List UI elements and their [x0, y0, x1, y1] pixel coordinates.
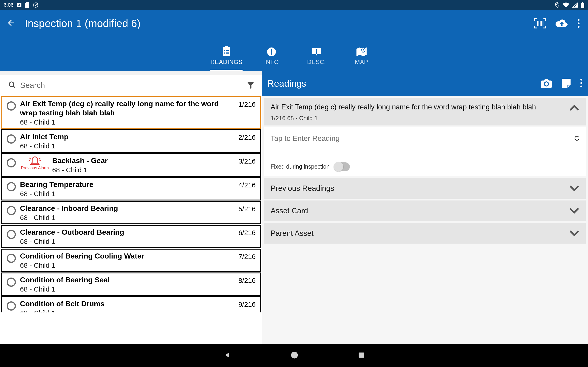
reading-row[interactable]: Condition of Bearing Cooling Water 68 - …	[1, 249, 261, 272]
appbar-menu-button[interactable]	[578, 19, 580, 28]
row-subtitle: 68 - Child 1	[20, 261, 236, 269]
tab-desc[interactable]: DESC.	[300, 48, 333, 71]
svg-text:A: A	[18, 3, 20, 7]
row-title: Air Inlet Temp	[20, 132, 236, 141]
svg-rect-20	[226, 52, 229, 52]
note-button[interactable]	[561, 78, 571, 89]
tab-readings[interactable]: READINGS	[210, 46, 242, 71]
tab-label: INFO	[264, 58, 279, 66]
nav-recent-button[interactable]	[358, 352, 365, 359]
filter-button[interactable]	[243, 80, 258, 91]
detail-menu-button[interactable]	[580, 78, 582, 89]
more-vert-icon	[580, 78, 582, 88]
svg-rect-40	[359, 352, 364, 358]
tab-label: READINGS	[210, 58, 242, 66]
svg-rect-25	[316, 49, 317, 52]
search-icon	[8, 81, 16, 90]
collapse-button[interactable]	[569, 105, 579, 112]
barcode-button[interactable]	[534, 18, 546, 28]
detail-summary[interactable]: Air Exit Temp (deg c) really really long…	[264, 98, 586, 125]
camera-button[interactable]	[541, 78, 552, 89]
filter-icon	[246, 80, 255, 90]
signal-icon	[572, 2, 578, 8]
nav-home-button[interactable]	[291, 351, 298, 360]
row-radio[interactable]	[7, 134, 16, 144]
reading-row[interactable]: Clearance - Inboard Bearing 68 - Child 1…	[1, 201, 261, 224]
tab-info[interactable]: INFO	[255, 48, 288, 71]
row-radio[interactable]	[7, 101, 16, 110]
svg-point-36	[580, 79, 582, 81]
svg-point-39	[291, 352, 298, 358]
svg-line-29	[13, 86, 15, 88]
reading-unit: C	[574, 134, 579, 142]
tab-map[interactable]: MAP	[346, 47, 378, 71]
reading-row[interactable]: Air Inlet Temp 68 - Child 1 2/216	[1, 129, 261, 153]
status-sd-icon	[25, 2, 30, 8]
fixed-label: Fixed during inspection	[271, 163, 330, 170]
row-subtitle: 68 - Child 1	[20, 214, 236, 222]
svg-rect-30	[30, 164, 40, 165]
row-title: Condition of Bearing Cooling Water	[20, 251, 236, 261]
reading-row[interactable]: Condition of Bearing Seal 68 - Child 1 8…	[1, 273, 261, 296]
row-radio[interactable]	[7, 230, 16, 239]
reading-input[interactable]	[271, 133, 571, 144]
fixed-toggle[interactable]	[334, 162, 350, 171]
chevron-up-icon	[569, 105, 579, 111]
reading-input-card: C Fixed during inspection	[264, 127, 586, 176]
readings-list-pane: Air Exit Temp (deg c) really really long…	[0, 71, 262, 344]
reading-row[interactable]: Air Exit Temp (deg c) really really long…	[1, 96, 261, 129]
system-nav-bar	[0, 344, 588, 367]
arrow-back-icon	[6, 18, 16, 27]
svg-rect-19	[226, 50, 229, 51]
svg-point-11	[578, 19, 579, 21]
info-icon	[267, 48, 276, 56]
row-position: 5/216	[238, 205, 256, 213]
svg-rect-18	[225, 53, 225, 54]
nav-back-button[interactable]	[223, 351, 231, 360]
accordion-label: Parent Asset	[271, 229, 569, 238]
row-subtitle: 68 - Child 1	[20, 142, 236, 150]
reading-row[interactable]: Clearance - Outboard Bearing 68 - Child …	[1, 225, 261, 248]
detail-title: Air Exit Temp (deg c) really really long…	[271, 102, 565, 112]
row-radio[interactable]	[7, 182, 16, 191]
svg-point-27	[363, 49, 364, 50]
page-title: Inspection 1 (modified 6)	[25, 17, 534, 30]
status-sync-icon	[33, 2, 38, 8]
back-button[interactable]	[6, 18, 16, 28]
readings-list[interactable]: Air Exit Temp (deg c) really really long…	[0, 96, 262, 344]
row-radio[interactable]	[7, 158, 16, 167]
svg-point-3	[556, 4, 558, 5]
detail-subtitle: 1/216 68 - Child 1	[271, 115, 565, 122]
nav-recent-icon	[358, 352, 365, 359]
svg-point-26	[316, 52, 317, 54]
search-input[interactable]	[20, 81, 243, 90]
row-radio[interactable]	[7, 254, 16, 263]
accordion-label: Previous Readings	[271, 184, 569, 193]
reading-row[interactable]: Previous Alarm Backlash - Gear 68 - Chil…	[1, 153, 261, 177]
accordion-asset-card[interactable]: Asset Card	[264, 200, 586, 221]
detail-header: Readings	[262, 71, 588, 96]
accordion-parent-asset[interactable]: Parent Asset	[264, 223, 586, 244]
more-vert-icon	[578, 19, 580, 28]
row-radio[interactable]	[7, 277, 16, 287]
nav-home-icon	[291, 351, 298, 359]
wifi-icon	[563, 2, 569, 8]
alarm-indicator: Previous Alarm	[20, 156, 50, 170]
accordion-label: Asset Card	[271, 206, 569, 215]
reading-row[interactable]: Bearing Temperature 68 - Child 1 4/216	[1, 177, 261, 200]
status-keyboard-icon: A	[17, 2, 22, 8]
app-bar: Inspection 1 (modified 6) READINGS	[0, 10, 588, 71]
row-radio[interactable]	[7, 301, 16, 311]
svg-point-37	[580, 82, 582, 84]
row-title: Clearance - Outboard Bearing	[20, 227, 236, 237]
svg-point-38	[580, 85, 582, 87]
reading-row[interactable]: Condition of Belt Drums 68 - Child 1 9/2…	[1, 296, 261, 312]
accordion-previous-readings[interactable]: Previous Readings	[264, 178, 586, 199]
row-subtitle: 68 - Child 1	[20, 285, 236, 293]
row-radio[interactable]	[7, 206, 16, 215]
chevron-down-icon	[569, 185, 579, 192]
upload-button[interactable]	[555, 19, 568, 28]
detail-header-title: Readings	[267, 78, 541, 89]
tab-label: MAP	[355, 58, 368, 66]
nav-back-icon	[223, 351, 231, 359]
